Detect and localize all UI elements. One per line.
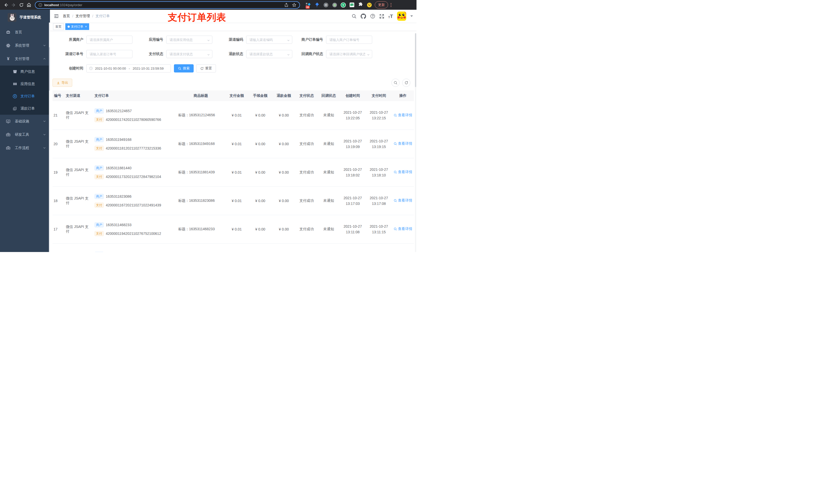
table-body-partial: 商户 1635311354796: [52, 243, 414, 252]
pay-amount: ¥ 0.01: [225, 101, 248, 129]
filter-channel-order-no: 渠道订单号: [52, 50, 133, 58]
extension-grey-circle[interactable]: [332, 2, 337, 8]
sidebar-item-infrastructure[interactable]: 基础设施: [0, 115, 50, 128]
breadcrumb-home[interactable]: 首页: [63, 14, 70, 19]
chevron-down-icon: [43, 146, 46, 150]
table-row: 21 微信 JSAPI 支付 商户 1635312124657 支付 42000…: [52, 101, 414, 129]
browser-back-button[interactable]: [2, 1, 10, 9]
refund-amount: ¥ 0.00: [272, 187, 295, 215]
tag-pay-order[interactable]: 支付订单 ×: [65, 23, 89, 30]
main-area: 首页 / 支付管理 / 支付订单 支付订单列表 TT: [50, 10, 416, 252]
search-icon[interactable]: [352, 14, 357, 19]
payment-submenu: 商户信息 应用信息 支付订单: [0, 66, 50, 115]
col-created: 创建时间: [340, 90, 366, 101]
extension-kite[interactable]: [314, 2, 320, 8]
pay-status-select[interactable]: [166, 50, 212, 58]
extensions-puzzle-button[interactable]: [358, 2, 363, 8]
breadcrumb-current: 支付订单: [96, 14, 110, 19]
product-title: 标题：1635312124656: [177, 101, 225, 129]
merchant-order-no-input[interactable]: [326, 35, 372, 44]
fullscreen-icon[interactable]: [379, 14, 384, 19]
sidebar-item-home[interactable]: 首页: [0, 26, 50, 39]
sidebar-item-label: 支付管理: [15, 56, 29, 61]
action-cell: 查看详情: [392, 158, 414, 187]
help-icon[interactable]: [370, 14, 375, 19]
tag-active-dot: [68, 26, 70, 28]
browser-home-button[interactable]: [25, 1, 33, 9]
sidebar-item-workflow[interactable]: 工作流程: [0, 141, 50, 155]
sidebar-item-system[interactable]: 系统管理: [0, 39, 50, 52]
tag-home[interactable]: 首页: [53, 23, 64, 30]
created-time-cell: 2021-10-27 13:22:05: [340, 101, 366, 129]
merchant-badge: 商户: [95, 108, 104, 114]
pay-order-number: 4200001194202110276752100612: [106, 232, 161, 236]
merchant-input[interactable]: [86, 35, 133, 44]
tag-close-icon[interactable]: ×: [85, 25, 87, 28]
avatar-caret-icon[interactable]: [410, 15, 413, 17]
filter-merchant: 所属商户: [52, 35, 133, 44]
date-range-picker[interactable]: 2021-10-01 00:00:00 - 2021-10-31 23:59:5…: [86, 64, 171, 72]
extension-y-green[interactable]: Y: [340, 2, 346, 8]
view-detail-link[interactable]: 查看详情: [394, 170, 412, 174]
font-size-icon[interactable]: TT: [388, 14, 393, 19]
bookmark-star-icon[interactable]: [292, 3, 296, 7]
user-avatar[interactable]: [397, 11, 406, 21]
browser-profile-avatar[interactable]: [366, 2, 372, 8]
channel-code-select[interactable]: [246, 35, 292, 44]
created-time-cell: 2021-10-27 13:17:03: [340, 187, 366, 215]
sidebar-item-pay-order[interactable]: 支付订单: [0, 90, 50, 102]
extension-blue-diamond[interactable]: 10: [306, 2, 311, 8]
pay-amount: ¥ 0.01: [225, 129, 248, 158]
sidebar-item-payment[interactable]: ¥ 支付管理: [0, 52, 50, 66]
sidebar-item-merchant-info[interactable]: 商户信息: [0, 66, 50, 78]
page-scrollbar-thumb[interactable]: [415, 33, 416, 87]
channel-order-no-input[interactable]: [86, 50, 133, 58]
view-detail-link[interactable]: 查看详情: [394, 141, 412, 146]
browser-menu-button[interactable]: [390, 3, 391, 7]
breadcrumb-pay-mgmt[interactable]: 支付管理: [76, 14, 90, 19]
sidebar-logo[interactable]: 芋道管理系统: [0, 10, 50, 23]
col-fee: 手续金额: [248, 90, 272, 101]
extension-chat[interactable]: [349, 2, 355, 8]
view-detail-link[interactable]: 查看详情: [394, 113, 412, 118]
toggle-search-button[interactable]: [391, 79, 400, 87]
merchant-order-number: 1635311949168: [106, 138, 132, 142]
browser-update-button[interactable]: 更新: [375, 1, 388, 8]
home-icon: [27, 3, 31, 7]
search-icon: [394, 199, 397, 202]
view-detail-link[interactable]: 查看详情: [394, 198, 412, 203]
url-bar[interactable]: localhost:1024/pay/order: [35, 1, 300, 9]
view-detail-link[interactable]: 查看详情: [394, 226, 412, 231]
share-icon[interactable]: [284, 3, 288, 7]
export-button[interactable]: 导出: [52, 79, 72, 87]
shop-icon: [12, 70, 18, 74]
browser-chrome: localhost:1024/pay/order 10 ⌘ Y: [0, 0, 416, 10]
puzzle-icon: [358, 2, 363, 7]
table-toolbar: 导出: [52, 79, 414, 87]
search-icon: [178, 67, 181, 70]
browser-reload-button[interactable]: [18, 1, 25, 9]
refresh-table-button[interactable]: [402, 79, 410, 87]
filter-create-time: 创建时间: [52, 64, 86, 72]
page-scrollbar[interactable]: [415, 33, 416, 252]
site-info-icon[interactable]: [39, 3, 42, 7]
extension-command[interactable]: ⌘: [323, 2, 329, 8]
refund-status-select[interactable]: [246, 50, 292, 58]
notify-status-select[interactable]: [326, 50, 372, 58]
refund-amount: ¥ 0.00: [272, 101, 295, 129]
table-body: 21 微信 JSAPI 支付 商户 1635312124657 支付 42000…: [52, 101, 414, 243]
sidebar-item-dev-tools[interactable]: 研发工具: [0, 128, 50, 141]
reset-button[interactable]: 重置: [196, 64, 216, 72]
col-channel: 支付渠道: [64, 90, 93, 101]
sidebar-toggle-button[interactable]: [50, 10, 63, 23]
filter-row-2: 渠道订单号 支付状态 退款状态 回调商户状态: [52, 50, 414, 58]
search-button[interactable]: 搜索: [174, 64, 194, 72]
sidebar-item-app-info[interactable]: 应用信息: [0, 78, 50, 90]
github-icon[interactable]: [361, 14, 366, 19]
fee-amount: ¥ 0.00: [248, 158, 272, 187]
table-row-partial: 商户 1635311354796: [52, 243, 414, 252]
app-id-select[interactable]: [166, 35, 212, 44]
browser-forward-button[interactable]: [10, 1, 18, 9]
url-path: :1024/pay/order: [59, 3, 82, 7]
sidebar-item-refund-order[interactable]: 退款订单: [0, 102, 50, 115]
